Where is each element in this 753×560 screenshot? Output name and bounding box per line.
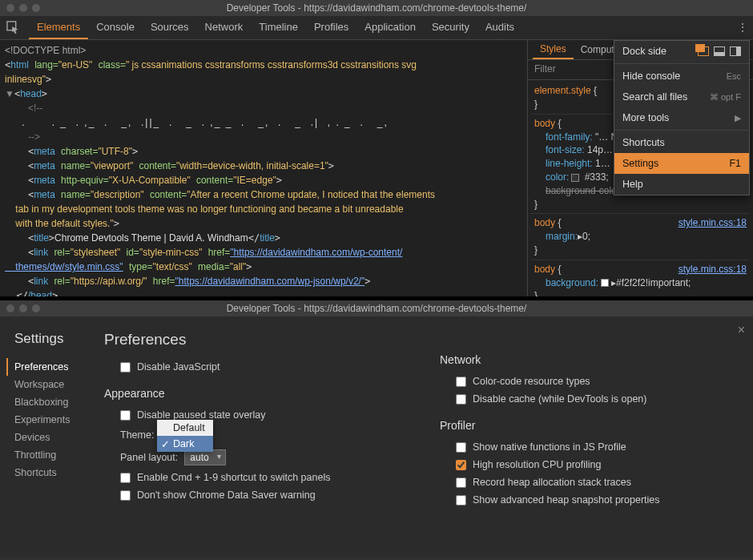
html-attrs: lang= [34, 59, 58, 71]
checkbox[interactable] [120, 410, 131, 421]
theme-row: Theme: Dark [104, 424, 408, 446]
theme-option-default[interactable]: Default [157, 420, 213, 436]
tab-audits[interactable]: Audits [477, 16, 522, 39]
panel-layout-select[interactable]: auto [184, 449, 225, 465]
minimize-icon[interactable] [19, 4, 27, 12]
opt-disable-js[interactable]: Disable JavaScript [104, 358, 408, 376]
color-swatch-icon[interactable] [601, 279, 609, 287]
menu-more-tools[interactable]: More tools▶ [614, 107, 749, 128]
opt-colorcode[interactable]: Color-code resource types [440, 373, 743, 390]
opt-disable-cache[interactable]: Disable cache (while DevTools is open) [440, 390, 743, 408]
css-value: #333; [582, 171, 608, 183]
color-swatch-icon[interactable] [571, 174, 579, 182]
traffic-lights[interactable] [0, 304, 40, 312]
checkbox[interactable] [456, 442, 466, 453]
zoom-icon[interactable] [32, 304, 40, 312]
network-heading: Network [440, 353, 743, 366]
rule-selector: body [534, 217, 555, 228]
checkbox[interactable] [120, 490, 131, 501]
checkbox[interactable] [456, 477, 466, 488]
settings-nav-experiments[interactable]: Experiments [14, 411, 88, 429]
settings-nav-shortcuts[interactable]: Shortcuts [14, 464, 88, 481]
tab-timeline[interactable]: Timeline [251, 16, 306, 39]
titlebar[interactable]: Developer Tools - https://davidawindham.… [0, 300, 753, 316]
close-icon[interactable] [6, 304, 14, 312]
tab-network[interactable]: Network [197, 16, 252, 39]
tab-console[interactable]: Console [88, 16, 143, 39]
opt-hires-cpu[interactable]: High resolution CPU profiling [440, 456, 743, 473]
overflow-menu: Dock side Hide consoleEsc Search all fil… [614, 40, 750, 195]
inspect-icon[interactable] [6, 21, 21, 35]
opt-disable-paused[interactable]: Disable paused state overlay [104, 406, 408, 424]
head-close-tag: /head [28, 290, 52, 296]
tab-styles[interactable]: Styles [533, 40, 574, 59]
opt-record-heap[interactable]: Record heap allocation stack traces [440, 473, 743, 491]
checkbox-label: Disable paused state overlay [137, 409, 266, 421]
devtools-toolbar: Elements Console Sources Network Timelin… [0, 16, 753, 40]
tab-sources[interactable]: Sources [143, 16, 197, 39]
opt-native-fns[interactable]: Show native functions in JS Profile [440, 438, 743, 456]
ascii-art: . . _ . ,_ . _, .||_ . _ . ,_ _ . _, . _… [5, 117, 389, 128]
window-title: Developer Tools - https://davidawindham.… [0, 2, 753, 14]
panel-layout-label: Panel layout: [120, 452, 178, 463]
css-prop: font-family: [546, 131, 593, 143]
close-icon[interactable] [6, 4, 14, 12]
dock-bottom-icon[interactable] [714, 46, 725, 56]
menu-search-all[interactable]: Search all files⌘ opt F [614, 87, 749, 107]
opt-datasaver[interactable]: Don't show Chrome Data Saver warning [104, 486, 408, 504]
tab-profiles[interactable]: Profiles [306, 16, 356, 39]
settings-nav-workspace[interactable]: Workspace [14, 376, 88, 393]
checkbox[interactable] [120, 362, 131, 373]
elements-dom-tree[interactable]: <!DOCTYPE html> <html lang="en-US" class… [0, 40, 527, 296]
tab-application[interactable]: Application [356, 16, 424, 39]
theme-option-dark[interactable]: Dark [157, 436, 213, 452]
profiler-heading: Profiler [440, 419, 743, 432]
opt-cmd19[interactable]: Enable Cmd + 1-9 shortcut to switch pane… [104, 469, 408, 486]
css-value: 14p… [585, 144, 613, 155]
checkbox[interactable] [456, 460, 466, 470]
rule-source-link[interactable]: style.min.css:18 [679, 263, 747, 276]
api-link[interactable]: "https://davidawindham.com/wp-json/wp/v2… [175, 276, 365, 287]
checkbox[interactable] [456, 377, 466, 387]
expand-triangle-icon[interactable]: ▼ [5, 88, 14, 99]
checkbox-label: Disable cache (while DevTools is open) [473, 393, 646, 405]
tab-security[interactable]: Security [424, 16, 477, 39]
settings-nav-devices[interactable]: Devices [14, 429, 88, 446]
css-prop: font-size: [546, 144, 585, 155]
tab-elements[interactable]: Elements [29, 16, 88, 39]
traffic-lights[interactable] [0, 4, 40, 12]
checkbox-label: Color-code resource types [473, 376, 590, 387]
settings-sidebar: Settings Preferences Workspace Blackboxi… [0, 316, 88, 557]
menu-settings[interactable]: SettingsF1 [614, 153, 749, 174]
theme-dropdown: Default Dark [157, 420, 213, 452]
settings-nav-blackboxing[interactable]: Blackboxing [14, 393, 88, 411]
checkbox[interactable] [120, 473, 131, 483]
dock-undock-icon[interactable] [698, 46, 709, 56]
rule-source-link[interactable]: style.min.css:18 [679, 216, 747, 230]
opt-adv-heap[interactable]: Show advanced heap snapshot properties [440, 491, 743, 509]
minimize-icon[interactable] [19, 304, 27, 312]
overflow-menu-icon[interactable]: ⋮ [737, 21, 748, 34]
doctype: <!DOCTYPE html> [5, 45, 86, 56]
menu-shortcuts[interactable]: Shortcuts [614, 132, 749, 153]
checkbox[interactable] [456, 495, 466, 506]
dock-right-icon[interactable] [730, 46, 741, 56]
css-value: ▸0; [578, 231, 590, 242]
checkbox-label: Don't show Chrome Data Saver warning [137, 489, 316, 501]
checkbox[interactable] [456, 394, 466, 405]
checkbox-label: Show native functions in JS Profile [473, 441, 626, 453]
zoom-icon[interactable] [32, 4, 40, 12]
titlebar[interactable]: Developer Tools - https://davidawindham.… [0, 0, 753, 16]
dock-side-label: Dock side [622, 46, 666, 57]
menu-help[interactable]: Help [614, 174, 749, 195]
close-icon[interactable]: × [738, 323, 745, 337]
devtools-tabs: Elements Console Sources Network Timelin… [29, 16, 522, 39]
css-rule[interactable]: style.min.css:18 body { margin:▸0; } [531, 214, 750, 260]
panel-layout-row: Panel layout: auto [104, 446, 408, 469]
settings-nav-throttling[interactable]: Throttling [14, 446, 88, 464]
css-rule[interactable]: style.min.css:18 body { background:▸#f2f… [531, 260, 750, 296]
checkbox-label: Record heap allocation stack traces [473, 477, 631, 488]
settings-nav-preferences[interactable]: Preferences [6, 358, 88, 376]
checkbox-label: High resolution CPU profiling [473, 459, 602, 470]
menu-hide-console[interactable]: Hide consoleEsc [614, 66, 749, 87]
